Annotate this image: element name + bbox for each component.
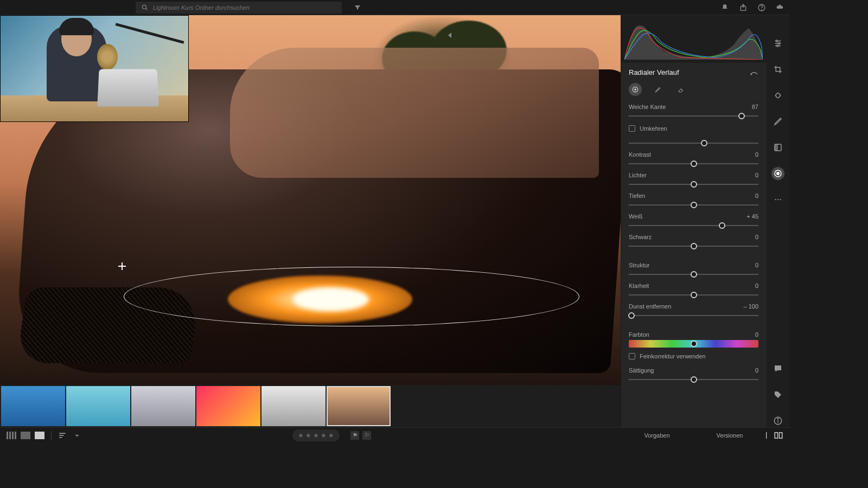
svg-point-6: [635, 89, 636, 90]
slider-value: 0: [755, 192, 758, 199]
info-icon[interactable]: [771, 414, 784, 427]
search-box[interactable]: [136, 2, 342, 14]
canvas-area: [0, 15, 621, 427]
comment-icon[interactable]: [771, 362, 784, 375]
slider-weiss[interactable]: Weiß+ 45: [629, 213, 758, 229]
tab-versions[interactable]: Versionen: [693, 428, 766, 442]
slider-klarheit[interactable]: Klarheit0: [629, 282, 758, 299]
radial-grad-tool-icon[interactable]: [771, 167, 784, 180]
slider-value: 0: [755, 151, 758, 158]
slider-label: Tiefen: [629, 192, 645, 199]
grid-small-icon[interactable]: [7, 432, 16, 439]
svg-point-10: [776, 40, 777, 42]
svg-rect-29: [775, 432, 777, 438]
svg-point-0: [142, 5, 146, 9]
bell-icon[interactable]: [720, 3, 729, 12]
slider-value: 87: [752, 104, 758, 110]
thumbnail[interactable]: [66, 386, 130, 426]
crop-tool-icon[interactable]: [771, 63, 784, 76]
slider-partial[interactable]: [629, 139, 758, 147]
mask-tool-row: [629, 83, 758, 96]
flag-reject-icon[interactable]: ⚐: [362, 431, 371, 440]
photo-grille: [16, 287, 201, 363]
filter-icon[interactable]: [354, 4, 361, 11]
slider-label: Farbton: [629, 331, 649, 338]
panel-collapse-arrow-icon[interactable]: [448, 33, 451, 38]
svg-point-12: [777, 45, 778, 47]
photo-car-window: [230, 48, 599, 178]
adjust-tool-icon[interactable]: [771, 37, 784, 50]
brush-tool-icon[interactable]: [771, 115, 784, 128]
checkbox-label: Umkehren: [640, 125, 667, 132]
star-icon[interactable]: ★: [313, 432, 319, 439]
slider-schwarz[interactable]: Schwarz0: [629, 234, 758, 250]
checkbox-icon[interactable]: [629, 353, 635, 359]
fine-correction-row[interactable]: Feinkorrektur verwenden: [629, 353, 758, 359]
invert-checkbox-row[interactable]: Umkehren: [629, 125, 758, 132]
main-area: Radialer Verlauf Weiche Kante87 Umkehren…: [0, 15, 790, 427]
checkbox-label: Feinkorrektur verwenden: [640, 353, 706, 359]
svg-point-11: [778, 43, 780, 44]
svg-line-1: [146, 8, 148, 10]
slider-label: Dunst entfernen: [629, 303, 671, 310]
slider-dunst[interactable]: Dunst entfernen– 100: [629, 303, 758, 319]
photo-viewport[interactable]: [0, 15, 621, 385]
svg-point-23: [777, 419, 778, 420]
cursor-crosshair: [118, 262, 126, 270]
thumbnail[interactable]: [261, 386, 326, 426]
slider-feather[interactable]: Weiche Kante87: [629, 104, 758, 120]
thumbnail[interactable]: [1, 386, 65, 426]
histogram[interactable]: [621, 15, 766, 63]
star-icon[interactable]: ★: [321, 432, 327, 439]
tab-presets[interactable]: Vorgaben: [621, 428, 693, 442]
panel-title: Radialer Verlauf: [629, 68, 679, 76]
photo-headlight-core: [293, 287, 369, 311]
right-toolstrip: [766, 15, 790, 427]
brush-tool-icon[interactable]: [652, 83, 665, 96]
rating-stars[interactable]: ★★★★★: [292, 429, 340, 441]
slider-tiefen[interactable]: Tiefen0: [629, 192, 758, 209]
slider-kontrast[interactable]: Kontrast0: [629, 151, 758, 168]
slider-saettigung[interactable]: Sättigung0: [629, 367, 758, 383]
eraser-tool-icon[interactable]: [674, 83, 687, 96]
slider-label: Struktur: [629, 262, 650, 268]
radial-tool-icon[interactable]: [629, 83, 642, 96]
thumbnail-selected[interactable]: [327, 386, 391, 426]
linear-grad-tool-icon[interactable]: [771, 141, 784, 154]
search-input[interactable]: [153, 4, 336, 11]
slider-struktur[interactable]: Struktur0: [629, 262, 758, 278]
slider-lichter[interactable]: Lichter0: [629, 172, 758, 188]
edit-panel: Radialer Verlauf Weiche Kante87 Umkehren…: [621, 15, 766, 427]
slider-value: 0: [755, 172, 758, 178]
heal-tool-icon[interactable]: [771, 89, 784, 102]
single-view-icon[interactable]: [35, 432, 44, 439]
svg-point-17: [777, 172, 780, 175]
slider-value: 0: [755, 262, 758, 268]
view-mode-buttons: [7, 432, 44, 439]
flag-pick-icon[interactable]: ⚑: [350, 431, 359, 440]
slider-farbton[interactable]: Farbton0: [629, 331, 758, 348]
slider-value: 0: [755, 234, 758, 240]
svg-rect-13: [775, 93, 781, 99]
share-icon[interactable]: [739, 3, 748, 12]
more-tool-icon[interactable]: [771, 193, 784, 206]
chevron-down-icon[interactable]: [74, 433, 80, 438]
webcam-overlay: [0, 15, 189, 122]
cloud-icon[interactable]: [776, 3, 784, 12]
slider-label: Klarheit: [629, 282, 649, 289]
grid-large-icon[interactable]: [21, 432, 30, 439]
checkbox-icon[interactable]: [629, 125, 635, 132]
thumbnail[interactable]: [196, 386, 260, 426]
compare-icon[interactable]: [774, 432, 783, 439]
help-icon[interactable]: [757, 3, 766, 12]
tag-icon[interactable]: [771, 388, 784, 401]
star-icon[interactable]: ★: [298, 432, 304, 439]
slider-label: Schwarz: [629, 234, 652, 240]
svg-rect-30: [780, 432, 782, 438]
filmstrip: [0, 385, 621, 427]
thumbnail[interactable]: [131, 386, 195, 426]
star-icon[interactable]: ★: [328, 432, 334, 439]
reset-icon[interactable]: [750, 69, 758, 76]
sort-icon[interactable]: [58, 432, 68, 439]
star-icon[interactable]: ★: [305, 432, 311, 439]
